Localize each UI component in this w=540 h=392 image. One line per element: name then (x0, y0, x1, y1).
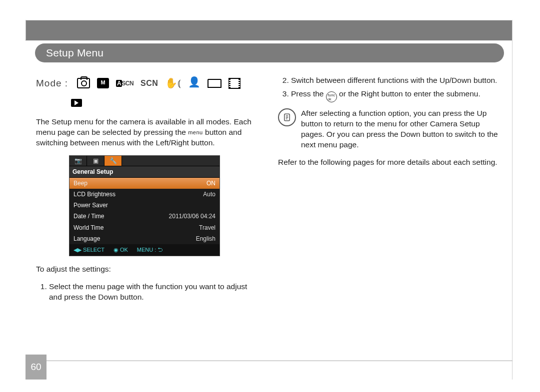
camera-icon (77, 78, 90, 88)
panorama-icon (208, 79, 222, 88)
refer-text: Refer to the following pages for more de… (278, 157, 504, 168)
lcd-row-label: Date / Time (74, 212, 104, 220)
step-2: Switch between different functions with … (291, 75, 504, 86)
lcd-screenshot: 📷 ▣ 🔧 General Setup BeepON LCD Brightnes… (69, 155, 220, 256)
note-text: After selecting a function option, you c… (301, 108, 504, 150)
scn-icon: SCN (140, 79, 158, 87)
lcd-footer: ◀▶ SELECT ◉ OK MENU : ⮌ (70, 244, 220, 256)
lcd-footer-menu: MENU : (137, 247, 156, 253)
lcd-row: Power Saver (70, 200, 220, 211)
lcd-row: BeepON (70, 178, 220, 189)
step-3: Press the funcok or the Right button to … (291, 89, 504, 103)
lcd-row: World TimeTravel (70, 222, 220, 233)
mode-label: Mode : (36, 77, 68, 90)
footer-rule (40, 361, 512, 361)
lcd-tabs: 📷 ▣ 🔧 (70, 156, 220, 166)
lcd-row: LCD BrightnessAuto (70, 189, 220, 200)
steady-icon: ✋⦅ (165, 76, 181, 90)
ascn-icon: ASCN (116, 80, 134, 87)
playback-icon (71, 99, 82, 107)
steps-list-left: Select the menu page with the function y… (36, 282, 262, 303)
lcd-tab-camera: 📷 (70, 156, 87, 166)
step3-before: Press the (291, 89, 326, 98)
lcd-footer-select: SELECT (83, 247, 104, 253)
section-title-bar: Setup Menu (35, 43, 504, 62)
func-top: func (328, 93, 335, 97)
lcd-footer-ok: OK (120, 247, 128, 253)
note-icon (278, 108, 296, 126)
movie-icon (228, 78, 240, 89)
lcd-row-value: English (196, 235, 216, 243)
manual-icon: M (97, 78, 109, 88)
lcd-row: LanguageEnglish (70, 233, 220, 244)
lcd-tab-setup: 🔧 (104, 156, 122, 166)
header-band (26, 20, 512, 40)
step-1: Select the menu page with the function y… (49, 282, 262, 303)
adjust-label: To adjust the settings: (36, 264, 262, 275)
func-bot: ok (328, 97, 335, 101)
playback-icon-row (36, 95, 262, 110)
page-number: 60 (26, 355, 46, 380)
lcd-row-label: Beep (74, 179, 88, 187)
portrait-icon: 👤 (188, 75, 200, 89)
lcd-tab-playback: ▣ (87, 156, 104, 166)
lcd-row-value: ON (206, 179, 216, 187)
menu-button-label: menu (188, 130, 203, 135)
steps-list-right: Switch between different functions with … (278, 75, 504, 102)
left-column: Mode : M ASCN SCN ✋⦅ 👤 The Setup menu fo… (36, 72, 262, 352)
step3-after: or the Right button to enter the submenu… (339, 89, 480, 98)
func-ok-icon: funcok (326, 91, 337, 102)
lcd-row: Date / Time2011/03/06 04:24 (70, 211, 220, 222)
page-right-rule (512, 20, 512, 380)
mode-row: Mode : M ASCN SCN ✋⦅ 👤 (36, 76, 262, 90)
lcd-section-title: General Setup (70, 166, 220, 178)
mode-icons: M ASCN SCN ✋⦅ 👤 (77, 76, 240, 90)
lcd-row-value: Travel (199, 224, 216, 232)
right-column: Switch between different functions with … (278, 72, 504, 352)
intro-paragraph: The Setup menu for the camera is availab… (36, 117, 262, 148)
lcd-row-value: 2011/03/06 04:24 (169, 212, 216, 220)
lcd-row-label: World Time (74, 224, 104, 232)
lcd-row-label: LCD Brightness (74, 190, 116, 198)
lcd-row-value: Auto (203, 190, 216, 198)
note-block: After selecting a function option, you c… (278, 108, 504, 150)
lcd-row-label: Power Saver (74, 201, 108, 209)
section-title: Setup Menu (46, 47, 104, 59)
lcd-row-label: Language (74, 235, 100, 243)
